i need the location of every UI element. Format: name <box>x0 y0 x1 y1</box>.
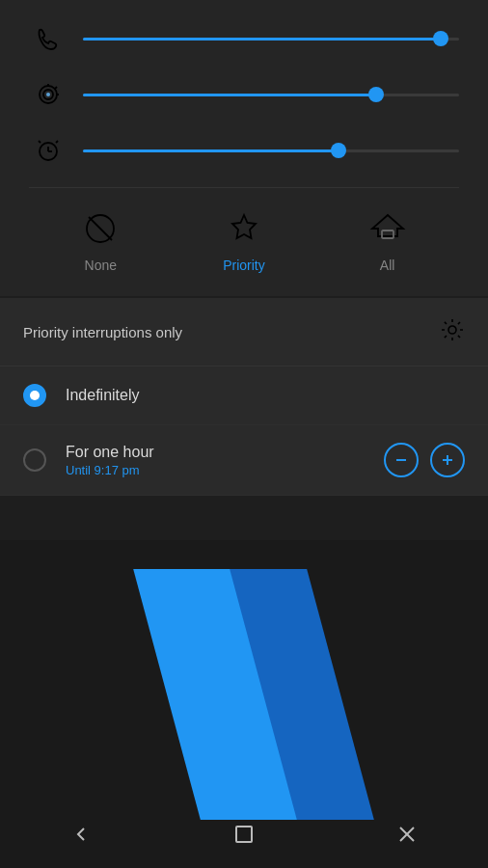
svg-point-16 <box>448 326 456 334</box>
calls-slider-track[interactable] <box>83 38 459 41</box>
nav-bar <box>0 800 488 868</box>
priority-header: Priority interruptions only <box>0 298 488 366</box>
one-hour-text: For one hour Until 9:17 pm <box>66 444 384 477</box>
phone-icon <box>29 19 68 58</box>
home-button[interactable] <box>220 810 268 858</box>
priority-icon <box>223 207 265 250</box>
one-hour-sublabel: Until 9:17 pm <box>66 463 384 477</box>
indefinitely-label: Indefinitely <box>66 387 465 404</box>
indefinitely-text: Indefinitely <box>66 387 465 404</box>
alarm-icon <box>29 131 68 170</box>
mode-row: None Priority All <box>29 187 459 296</box>
one-hour-radio[interactable] <box>23 448 46 472</box>
one-hour-option[interactable]: For one hour Until 9:17 pm <box>0 425 488 496</box>
svg-rect-20 <box>236 827 252 842</box>
media-slider-track[interactable] <box>83 94 459 96</box>
mode-all[interactable]: All <box>366 207 409 273</box>
priority-section: Priority interruptions only Indefinitely… <box>0 298 488 496</box>
mode-priority[interactable]: Priority <box>223 207 265 273</box>
one-hour-controls <box>384 443 465 477</box>
svg-line-10 <box>56 141 58 143</box>
bottom-area <box>0 540 488 868</box>
radio-inner <box>30 391 40 400</box>
all-icon <box>366 207 409 250</box>
back-button[interactable] <box>57 810 105 858</box>
calls-slider-row <box>29 19 459 58</box>
svg-line-12 <box>89 217 112 240</box>
all-label: All <box>380 258 395 273</box>
alarm-slider-row <box>29 131 459 170</box>
svg-line-9 <box>39 141 41 143</box>
media-slider-row <box>29 75 459 114</box>
priority-label: Priority <box>223 258 265 273</box>
indefinitely-option[interactable]: Indefinitely <box>0 366 488 425</box>
none-label: None <box>85 258 117 273</box>
one-hour-label: For one hour <box>66 444 384 461</box>
svg-marker-13 <box>232 215 256 238</box>
mode-none[interactable]: None <box>79 207 122 273</box>
svg-marker-14 <box>372 215 403 236</box>
top-section: None Priority All <box>0 0 488 296</box>
priority-title: Priority interruptions only <box>23 324 182 340</box>
close-button[interactable] <box>383 810 431 858</box>
increment-button[interactable] <box>430 443 465 477</box>
alarm-slider-track[interactable] <box>83 149 459 152</box>
svg-point-2 <box>46 93 50 96</box>
gear-button[interactable] <box>440 317 465 346</box>
decrement-button[interactable] <box>384 443 419 477</box>
volume-icon <box>29 75 68 114</box>
indefinitely-radio[interactable] <box>23 384 46 407</box>
none-icon <box>79 207 122 250</box>
svg-line-4 <box>55 87 57 89</box>
